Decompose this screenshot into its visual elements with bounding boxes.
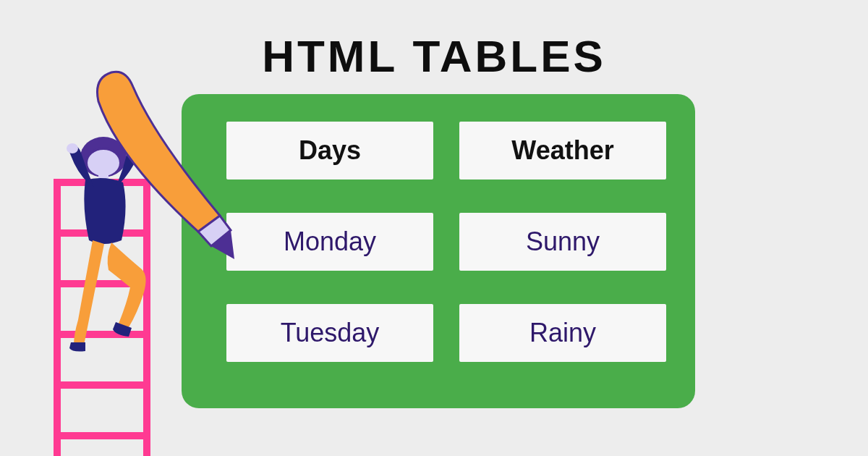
table-cell: Sunny	[459, 213, 666, 271]
svg-point-3	[67, 143, 78, 153]
table-cell: Rainy	[459, 304, 666, 362]
html-table-illustration: Days Weather Monday Sunny Tuesday Rainy	[182, 94, 695, 408]
pencil-icon	[90, 65, 242, 268]
table-header-days: Days	[226, 122, 433, 180]
table-row: Monday Sunny	[226, 213, 666, 271]
page-title: HTML TABLES	[262, 30, 606, 82]
table-header-row: Days Weather	[226, 122, 666, 180]
table-row: Tuesday Rainy	[226, 304, 666, 362]
table-cell: Monday	[226, 213, 433, 271]
table-header-weather: Weather	[459, 122, 666, 180]
table-cell: Tuesday	[226, 304, 433, 362]
